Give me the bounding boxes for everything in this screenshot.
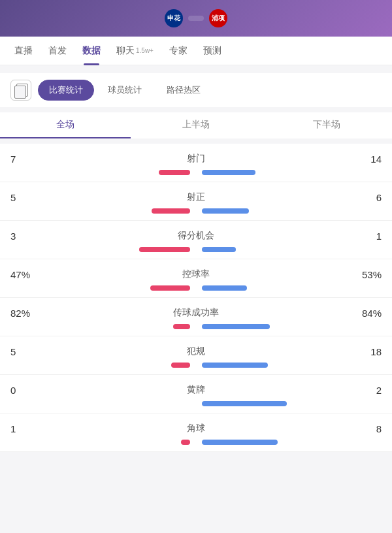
stat-left-value: 3 [10, 231, 43, 242]
stat-label: 角球 [43, 423, 349, 434]
right-bar [202, 363, 268, 368]
left-bar [181, 440, 190, 445]
chat-badge: 1.5w+ [136, 47, 154, 54]
left-bar-wrap [10, 324, 190, 329]
sub-tab-player-stats[interactable]: 球员统计 [97, 80, 153, 101]
stat-label: 黄牌 [43, 384, 349, 396]
left-bar [171, 363, 190, 368]
right-bar-wrap [202, 208, 382, 214]
home-team-logo: 申花 [165, 9, 183, 27]
right-bar [202, 247, 236, 252]
stat-bars [10, 324, 382, 329]
stat-label: 控球率 [43, 268, 349, 280]
stat-left-value: 7 [10, 153, 43, 165]
stat-bars [10, 363, 382, 368]
score-section: 申花 浦项 [31, 9, 361, 27]
stat-left-value: 5 [10, 346, 43, 357]
stat-row: 5 犯规 18 [0, 336, 392, 375]
right-bar [202, 208, 249, 214]
right-bar [202, 170, 255, 175]
content-area: 比赛统计 球员统计 路径热区 全场 上半场 下半场 7 射门 14 5 射 [0, 65, 392, 460]
match-score [188, 16, 204, 21]
tab-stats[interactable]: 数据 [74, 37, 108, 65]
stat-label: 犯规 [43, 346, 349, 357]
tab-predict[interactable]: 预测 [195, 37, 229, 65]
sub-nav-row: 比赛统计 球员统计 路径热区 [0, 73, 392, 107]
stat-right-value: 14 [349, 153, 382, 165]
period-tab-first[interactable]: 上半场 [131, 112, 261, 138]
period-tabs: 全场 上半场 下半场 [0, 112, 392, 138]
match-header: 申花 浦项 [0, 0, 392, 37]
left-bar-wrap [10, 363, 190, 368]
left-bar [139, 247, 190, 252]
tab-lineup[interactable]: 首发 [41, 37, 74, 65]
stat-bars [10, 440, 382, 445]
away-team-logo: 浦项 [209, 9, 227, 27]
tab-expert[interactable]: 专家 [161, 37, 195, 65]
stat-row: 1 角球 8 [0, 413, 392, 452]
stat-left-value: 47% [10, 269, 43, 280]
stats-container: 7 射门 14 5 射正 6 [0, 144, 392, 452]
right-bar-wrap [202, 247, 382, 252]
stat-label: 射正 [43, 191, 349, 203]
stat-label: 传球成功率 [43, 307, 349, 319]
stat-left-value: 0 [10, 385, 43, 396]
left-bar-wrap [10, 208, 190, 214]
stat-right-value: 2 [349, 385, 382, 396]
stat-right-value: 6 [349, 192, 382, 203]
right-bar [202, 440, 278, 445]
stat-row: 47% 控球率 53% [0, 259, 392, 298]
stat-right-value: 1 [349, 231, 382, 242]
left-bar-wrap [10, 285, 190, 291]
stat-bars [10, 247, 382, 252]
stat-label: 射门 [43, 153, 349, 165]
right-bar-wrap [202, 170, 382, 175]
stat-bars [10, 208, 382, 214]
stat-row: 3 得分机会 1 [0, 221, 392, 259]
stat-bars [10, 401, 382, 406]
right-bar-wrap [202, 401, 382, 406]
period-tab-full[interactable]: 全场 [0, 112, 131, 138]
stat-right-value: 84% [349, 308, 382, 319]
right-bar [202, 285, 247, 291]
main-nav: 直播 首发 数据 聊天1.5w+ 专家 预测 [0, 37, 392, 65]
stat-bars [10, 170, 382, 175]
right-bar-wrap [202, 440, 382, 445]
sub-tab-heatmap[interactable]: 路径热区 [155, 80, 212, 101]
left-bar [152, 208, 190, 214]
right-bar [202, 324, 270, 329]
left-bar-wrap [10, 401, 190, 406]
left-bar-wrap [10, 247, 190, 252]
stat-row: 7 射门 14 [0, 144, 392, 182]
stat-left-value: 1 [10, 423, 43, 434]
right-bar-wrap [202, 363, 382, 368]
stat-right-value: 18 [349, 346, 382, 357]
stat-row: 0 黄牌 2 [0, 375, 392, 413]
right-bar [202, 401, 287, 406]
left-bar-wrap [10, 170, 190, 175]
left-bar-wrap [10, 440, 190, 445]
stat-right-value: 8 [349, 423, 382, 434]
sub-tabs: 比赛统计 球员统计 路径热区 [38, 80, 382, 101]
stat-row: 82% 传球成功率 84% [0, 298, 392, 336]
copy-icon[interactable] [10, 80, 31, 101]
right-bar-wrap [202, 285, 382, 291]
left-bar [150, 285, 190, 291]
sub-tab-match-stats[interactable]: 比赛统计 [38, 80, 94, 101]
left-bar [173, 324, 190, 329]
stat-right-value: 53% [349, 269, 382, 280]
stat-left-value: 82% [10, 308, 43, 319]
stat-bars [10, 285, 382, 291]
stat-row: 5 射正 6 [0, 182, 392, 221]
stat-label: 得分机会 [43, 230, 349, 242]
tab-chat[interactable]: 聊天1.5w+ [108, 37, 161, 65]
period-tab-second[interactable]: 下半场 [261, 112, 392, 138]
left-bar [159, 170, 190, 175]
tab-live[interactable]: 直播 [7, 37, 41, 65]
right-bar-wrap [202, 324, 382, 329]
stat-left-value: 5 [10, 192, 43, 203]
